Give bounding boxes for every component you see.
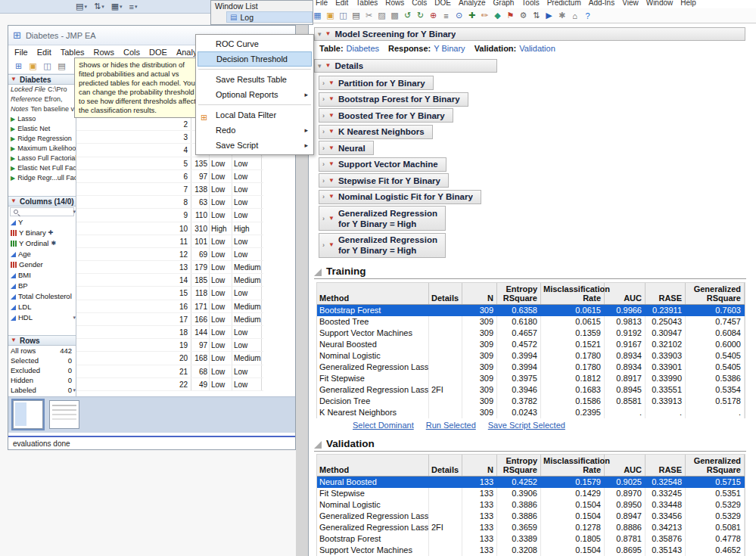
- outline-generalized-regression[interactable]: ›▼Generalized Regression for Y Binary = …: [319, 233, 446, 258]
- training-section-header[interactable]: Training: [314, 265, 746, 279]
- table-script-lasso-full-factorial[interactable]: ▶Lasso Full Factorial: [8, 154, 76, 163]
- outline-model-screening[interactable]: ▾ ▼ Model Screening for Y Binary: [314, 27, 745, 41]
- dropdown-caret-icon[interactable]: ▾: [84, 4, 87, 10]
- result-row-k-nearest-neighbors[interactable]: K Nearest Neighbors3090.02430.2395...: [317, 407, 745, 418]
- red-triangle-menu-icon[interactable]: ▼: [328, 113, 334, 119]
- menu-item-local-data-filter[interactable]: ⊞Local Data Filter: [196, 107, 313, 123]
- result-row-neural-boosted[interactable]: Neural Boosted3090.45720.15210.91670.321…: [317, 339, 745, 350]
- column-item-y[interactable]: Y: [8, 217, 76, 228]
- result-row-generalized-regression-lasso[interactable]: Generalized Regression Lasso3090.39940.1…: [317, 362, 745, 373]
- info-value-link[interactable]: Diabetes: [347, 44, 379, 53]
- menu-edit[interactable]: Edit: [33, 48, 56, 57]
- outline-bootstrap-forest-for-y-binary[interactable]: ›▼Bootstrap Forest for Y Binary: [319, 92, 468, 107]
- new-table-icon[interactable]: ⊞: [13, 61, 24, 72]
- diamond-tool-icon[interactable]: ◆: [492, 10, 503, 21]
- menu-window[interactable]: Window: [642, 0, 677, 8]
- save-icon[interactable]: ◫: [338, 10, 349, 21]
- annotate-icon[interactable]: ✏: [479, 10, 490, 21]
- result-row-neural-boosted[interactable]: Neural Boosted1330.42520.15790.90250.325…: [317, 477, 745, 488]
- table-row[interactable]: 2249LowLow: [76, 378, 263, 391]
- red-triangle-menu-icon[interactable]: ▼: [328, 194, 334, 200]
- disclosure-icon[interactable]: ›: [322, 240, 325, 250]
- outline-k-nearest-neighbors[interactable]: ›▼K Nearest Neighbors: [319, 125, 433, 139]
- rows-panel-header[interactable]: ▼ Rows: [8, 335, 76, 346]
- plus-tool-icon[interactable]: ✚: [466, 10, 478, 21]
- red-triangle-menu-icon[interactable]: ▼: [328, 80, 334, 86]
- red-triangle-menu-icon[interactable]: ▼: [11, 198, 17, 204]
- columns-search-box[interactable]: [10, 207, 74, 216]
- result-row-support-vector-machines[interactable]: Support Vector Machines3090.46570.13590.…: [317, 328, 745, 339]
- undo-icon[interactable]: ↺: [402, 10, 413, 21]
- print-icon[interactable]: ▤: [350, 10, 362, 21]
- column-item-y-binary[interactable]: Y Binary✚: [8, 228, 76, 238]
- preview-thumbnail-selected[interactable]: [13, 400, 43, 429]
- menu-file[interactable]: File: [312, 0, 331, 8]
- dropdown-caret-icon[interactable]: ▾: [120, 4, 123, 10]
- preview-thumbnail[interactable]: [49, 400, 79, 429]
- result-row-generalized-regression-lasso[interactable]: Generalized Regression Lasso1330.38860.1…: [317, 511, 745, 522]
- settings-icon[interactable]: ⚙: [518, 10, 529, 21]
- window-list-item[interactable]: ▤Log: [226, 11, 313, 23]
- section-disclosure-icon[interactable]: [314, 269, 322, 276]
- table-row[interactable]: 18144LowLow: [76, 326, 263, 339]
- menu-doe[interactable]: DOE: [431, 0, 455, 8]
- result-row-generalized-regression-lasso[interactable]: Generalized Regression Lasso2FI1330.3659…: [317, 522, 745, 533]
- red-triangle-menu-icon[interactable]: ▼: [328, 178, 334, 184]
- result-row-nominal-logistic[interactable]: Nominal Logistic3090.39940.17800.89340.3…: [317, 350, 745, 362]
- section-disclosure-icon[interactable]: [314, 441, 322, 449]
- menu-item-roc-curve[interactable]: ROC Curve: [196, 36, 313, 51]
- menu-add-ins[interactable]: Add-Ins: [585, 0, 618, 8]
- paste-icon[interactable]: ▩: [389, 10, 400, 21]
- table-row[interactable]: 11101LowLow: [76, 235, 263, 248]
- disclosure-icon[interactable]: ›: [322, 193, 325, 200]
- red-triangle-menu-icon[interactable]: ▼: [325, 63, 331, 69]
- menu-tables[interactable]: Tables: [352, 0, 381, 8]
- help-icon[interactable]: ?: [582, 10, 593, 21]
- table-script-maximum-likelihood[interactable]: ▶Maximum Likelihood: [8, 144, 76, 154]
- table-row[interactable]: 863LowLow: [76, 196, 263, 209]
- save-icon[interactable]: ◫: [42, 61, 53, 72]
- table-row[interactable]: 15118LowLow: [76, 287, 263, 300]
- disclosure-icon[interactable]: ›: [322, 144, 325, 152]
- table-script-ridge-regression[interactable]: ▶Ridge Regression: [8, 134, 76, 144]
- run-icon[interactable]: ▶: [543, 10, 555, 21]
- red-triangle-menu-icon[interactable]: ▼: [11, 337, 17, 343]
- table-row[interactable]: 17166LowMedium: [76, 313, 263, 326]
- table-row[interactable]: 5135LowLow: [76, 157, 263, 170]
- table-script-lasso[interactable]: ▶Lasso: [8, 114, 76, 124]
- column-item-gender[interactable]: Gender: [8, 259, 76, 270]
- menu-doe[interactable]: DOE: [145, 48, 172, 57]
- add-icon[interactable]: ⊕: [428, 10, 439, 21]
- column-item-bmi[interactable]: BMI: [8, 270, 76, 281]
- open-icon[interactable]: ▣: [325, 10, 336, 21]
- result-row-bootstrap-forest[interactable]: Bootstrap Forest1330.33890.18050.87810.3…: [317, 533, 745, 545]
- info-value-link[interactable]: Y Binary: [434, 44, 465, 53]
- print-icon[interactable]: ▤: [56, 61, 67, 72]
- outline-nominal-logistic-fit-for-y-binary[interactable]: ›▼Nominal Logistic Fit for Y Binary: [319, 190, 481, 204]
- sort-icon[interactable]: ⇅: [530, 10, 542, 21]
- redo-icon[interactable]: ↻: [415, 10, 426, 21]
- outline-generalized-regression[interactable]: ›▼Generalized Regression for Y Binary = …: [319, 206, 446, 231]
- link-run-selected[interactable]: Run Selected: [426, 421, 476, 430]
- menu-edit[interactable]: Edit: [331, 0, 352, 8]
- red-triangle-menu-icon[interactable]: ▼: [328, 96, 334, 102]
- outline-boosted-tree-for-y-binary[interactable]: ›▼Boosted Tree for Y Binary: [319, 108, 453, 123]
- menu-cols[interactable]: Cols: [119, 48, 145, 57]
- result-row-generalized-regression-lasso[interactable]: Generalized Regression Lasso2FI3090.3946…: [317, 384, 745, 396]
- table-panel-header[interactable]: ▼ Diabetes: [8, 74, 76, 85]
- menu-item-save-results-table[interactable]: Save Results Table: [196, 72, 313, 87]
- disclosure-icon[interactable]: ›: [322, 79, 325, 87]
- disclosure-icon[interactable]: ›: [322, 128, 325, 135]
- table-row[interactable]: 9110LowLow: [76, 209, 263, 222]
- grid-view-icon[interactable]: ▦▾: [111, 2, 123, 11]
- result-row-fit-stepwise[interactable]: Fit Stepwise3090.39750.18120.89170.33990…: [317, 373, 745, 384]
- result-row-fit-stepwise[interactable]: Fit Stepwise1330.39060.14290.89700.33245…: [317, 488, 745, 499]
- red-triangle-menu-icon[interactable]: ▼: [328, 145, 334, 151]
- disclosure-icon[interactable]: ›: [322, 213, 325, 224]
- disclosure-icon[interactable]: ›: [322, 160, 325, 168]
- red-triangle-menu-icon[interactable]: ▼: [325, 31, 331, 37]
- menu-cols[interactable]: Cols: [408, 0, 431, 8]
- outline-partition-for-y-binary[interactable]: ›▼Partition for Y Binary: [319, 76, 434, 90]
- menu-help[interactable]: Help: [677, 0, 700, 8]
- menu-view[interactable]: View: [618, 0, 642, 8]
